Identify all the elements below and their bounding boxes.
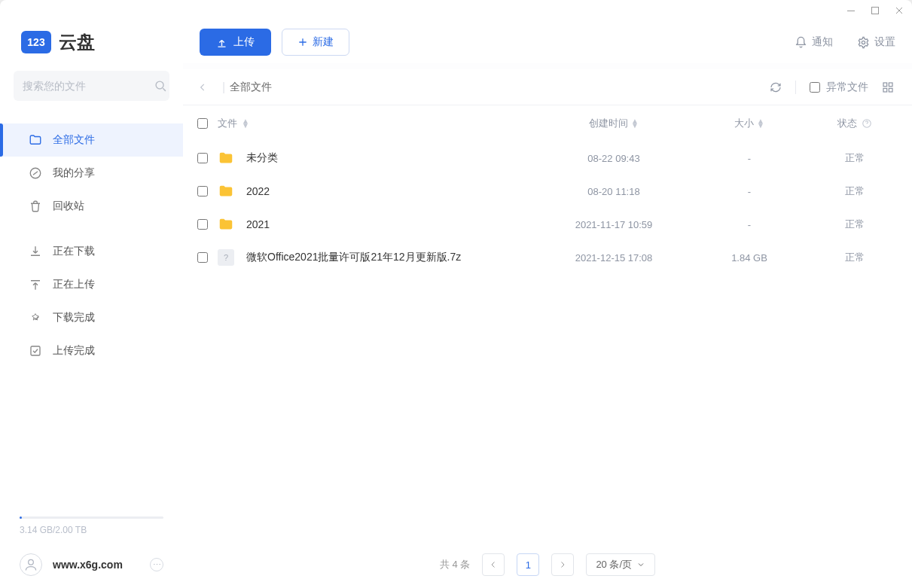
file-status: 正常 — [802, 184, 907, 198]
folder-icon — [218, 216, 234, 233]
table-row[interactable]: ?微软Office2021批量许可版21年12月更新版.7z2021-12-15… — [183, 241, 912, 274]
sidebar: 123 云盘 全部文件 我的分享 — [0, 21, 183, 588]
file-status: 正常 — [802, 151, 907, 165]
file-date: 2021-11-17 10:59 — [531, 219, 697, 230]
user-row[interactable]: www.x6g.com ⋯ — [20, 553, 163, 576]
file-name: 未分类 — [246, 151, 278, 165]
folder-icon — [218, 150, 234, 166]
table-header: 文件 ▲▼ 创建时间 ▲▼ 大小 ▲▼ 状态 — [183, 105, 912, 142]
row-checkbox[interactable] — [197, 219, 208, 230]
upload-button[interactable]: 上传 — [200, 29, 271, 56]
notify-link[interactable]: 通知 — [795, 35, 833, 49]
svg-rect-1 — [872, 8, 879, 14]
pager-next[interactable] — [551, 553, 574, 576]
sidebar-item-downloading[interactable]: 正在下载 — [0, 235, 183, 268]
view-grid-button[interactable] — [882, 81, 894, 93]
file-size: - — [697, 219, 802, 230]
back-button[interactable] — [188, 82, 218, 93]
pager-total: 共 4 条 — [440, 558, 470, 571]
pager-size-select[interactable]: 20 条/页 — [586, 553, 655, 576]
col-header-date[interactable]: 创建时间 ▲▼ — [531, 117, 697, 130]
search-input[interactable] — [23, 80, 154, 92]
search-icon[interactable] — [154, 80, 167, 93]
abnormal-filter[interactable]: 异常文件 — [810, 81, 868, 94]
sidebar-item-label: 下载完成 — [53, 311, 95, 324]
sidebar-item-all-files[interactable]: 全部文件 — [0, 123, 183, 157]
row-checkbox[interactable] — [197, 153, 208, 163]
help-icon[interactable] — [862, 118, 872, 129]
file-status: 正常 — [802, 251, 907, 264]
search-box[interactable] — [14, 71, 169, 101]
brand-badge: 123 — [21, 31, 51, 53]
col-header-name[interactable]: 文件 ▲▼ — [218, 117, 531, 130]
download-done-icon — [29, 311, 42, 324]
svg-point-5 — [29, 559, 34, 565]
svg-rect-9 — [883, 88, 887, 92]
breadcrumb[interactable]: 全部文件 — [230, 81, 272, 94]
table-row[interactable]: 202208-20 11:18-正常 — [183, 175, 912, 208]
settings-label: 设置 — [874, 35, 895, 49]
select-all-checkbox[interactable] — [197, 118, 208, 129]
file-size: - — [697, 153, 802, 164]
svg-rect-10 — [889, 88, 892, 92]
folder-icon — [218, 183, 234, 200]
pathbar: | 全部文件 异常文件 — [183, 69, 912, 105]
bell-icon — [795, 36, 807, 49]
sort-icon: ▲▼ — [242, 119, 249, 128]
file-date: 2021-12-15 17:08 — [531, 252, 697, 264]
sidebar-item-label: 全部文件 — [53, 133, 95, 147]
abnormal-checkbox[interactable] — [810, 82, 820, 93]
upload-done-icon — [29, 344, 42, 358]
file-name: 2021 — [246, 218, 270, 230]
toolbar: 上传 新建 通知 设置 — [183, 21, 912, 63]
row-checkbox[interactable] — [197, 186, 208, 197]
pager-page-1[interactable]: 1 — [517, 553, 539, 576]
svg-rect-8 — [889, 83, 892, 87]
file-date: 08-22 09:43 — [531, 153, 697, 164]
sidebar-item-recycle[interactable]: 回收站 — [0, 190, 183, 223]
sidebar-nav: 全部文件 我的分享 回收站 正在下载 正在上传 — [0, 110, 183, 367]
sidebar-item-label: 上传完成 — [53, 344, 95, 358]
sort-icon: ▲▼ — [631, 119, 639, 128]
sidebar-item-label: 我的分享 — [53, 166, 95, 180]
pager: 共 4 条 1 20 条/页 — [183, 541, 912, 588]
table-body: 未分类08-22 09:43-正常202208-20 11:18-正常20212… — [183, 142, 912, 274]
file-status: 正常 — [802, 218, 907, 231]
abnormal-label: 异常文件 — [826, 81, 868, 94]
more-button[interactable]: ⋯ — [150, 558, 163, 571]
sidebar-item-download-done[interactable]: 下载完成 — [0, 301, 183, 334]
row-checkbox[interactable] — [197, 252, 208, 263]
close-button[interactable] — [894, 5, 904, 16]
sidebar-item-upload-done[interactable]: 上传完成 — [0, 334, 183, 367]
pager-prev[interactable] — [482, 553, 505, 576]
file-name: 2022 — [246, 185, 270, 197]
sidebar-item-label: 正在下载 — [53, 245, 95, 258]
new-button[interactable]: 新建 — [282, 29, 349, 56]
refresh-button[interactable] — [770, 81, 782, 93]
file-icon: ? — [218, 249, 234, 266]
svg-rect-0 — [847, 11, 855, 11]
table-row[interactable]: 未分类08-22 09:43-正常 — [183, 142, 912, 175]
upload-icon — [29, 278, 42, 291]
col-header-size[interactable]: 大小 ▲▼ — [697, 117, 802, 130]
col-header-status: 状态 — [802, 117, 907, 130]
minimize-button[interactable] — [846, 5, 856, 16]
maximize-button[interactable] — [870, 5, 880, 16]
avatar — [20, 553, 42, 576]
plus-icon — [297, 37, 308, 47]
sidebar-item-my-share[interactable]: 我的分享 — [0, 157, 183, 190]
sidebar-item-label: 回收站 — [53, 200, 84, 213]
table-row[interactable]: 20212021-11-17 10:59-正常 — [183, 208, 912, 241]
settings-link[interactable]: 设置 — [857, 35, 895, 49]
new-button-label: 新建 — [313, 35, 334, 49]
sidebar-item-uploading[interactable]: 正在上传 — [0, 268, 183, 301]
app-window: 123 云盘 全部文件 我的分享 — [0, 0, 912, 588]
file-size: - — [697, 186, 802, 197]
pager-size-label: 20 条/页 — [596, 558, 632, 571]
storage-text: 3.14 GB/2.00 TB — [20, 525, 163, 535]
sidebar-footer: 3.14 GB/2.00 TB www.x6g.com ⋯ — [0, 516, 183, 588]
file-name: 微软Office2021批量许可版21年12月更新版.7z — [246, 251, 461, 264]
chevron-down-icon — [636, 560, 645, 569]
content-area: | 全部文件 异常文件 — [183, 69, 912, 588]
svg-rect-4 — [31, 346, 40, 355]
